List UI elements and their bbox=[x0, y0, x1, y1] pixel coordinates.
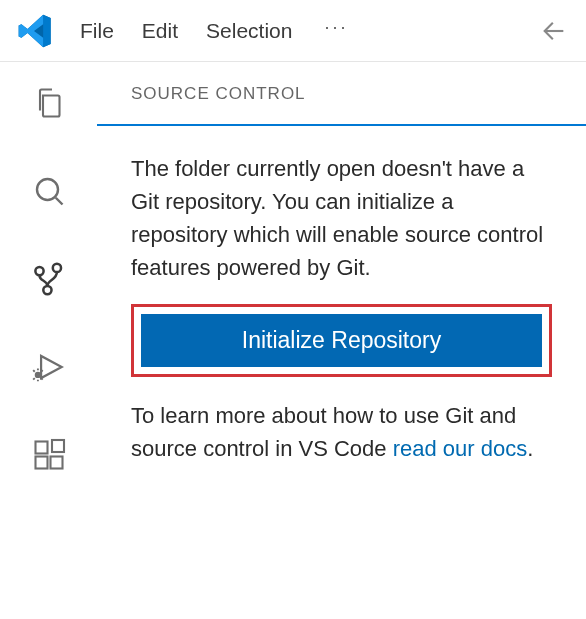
menu-overflow-icon[interactable]: ··· bbox=[324, 17, 348, 44]
activity-bar bbox=[0, 62, 97, 619]
search-icon[interactable] bbox=[30, 172, 68, 210]
menu-selection[interactable]: Selection bbox=[206, 19, 292, 43]
source-control-sidebar: SOURCE CONTROL The folder currently open… bbox=[97, 62, 586, 619]
svg-point-3 bbox=[43, 286, 51, 294]
source-control-icon[interactable] bbox=[30, 260, 68, 298]
explorer-icon[interactable] bbox=[30, 84, 68, 122]
titlebar: File Edit Selection ··· bbox=[0, 0, 586, 62]
run-debug-icon[interactable] bbox=[30, 348, 68, 386]
extensions-icon[interactable] bbox=[30, 436, 68, 474]
svg-point-2 bbox=[35, 267, 43, 275]
scm-learn-more-text: To learn more about how to use Git and s… bbox=[131, 399, 552, 465]
scm-panel: The folder currently open doesn't have a… bbox=[97, 124, 586, 465]
svg-point-4 bbox=[34, 372, 40, 378]
back-arrow-icon[interactable] bbox=[540, 17, 568, 45]
initialize-repository-button[interactable]: Initialize Repository bbox=[141, 314, 542, 367]
highlight-annotation: Initialize Repository bbox=[131, 304, 552, 377]
vscode-logo-icon bbox=[18, 14, 52, 48]
svg-rect-8 bbox=[52, 440, 64, 452]
svg-point-1 bbox=[52, 264, 60, 272]
svg-rect-6 bbox=[35, 457, 47, 469]
svg-point-0 bbox=[37, 179, 58, 200]
svg-rect-7 bbox=[50, 457, 62, 469]
menubar: File Edit Selection ··· bbox=[80, 17, 540, 44]
menu-edit[interactable]: Edit bbox=[142, 19, 178, 43]
svg-rect-5 bbox=[35, 442, 47, 454]
learn-more-suffix: . bbox=[527, 436, 533, 461]
main: SOURCE CONTROL The folder currently open… bbox=[0, 62, 586, 619]
sidebar-title: SOURCE CONTROL bbox=[97, 84, 586, 124]
scm-intro-text: The folder currently open doesn't have a… bbox=[131, 152, 552, 284]
menu-file[interactable]: File bbox=[80, 19, 114, 43]
read-our-docs-link[interactable]: read our docs bbox=[393, 436, 528, 461]
